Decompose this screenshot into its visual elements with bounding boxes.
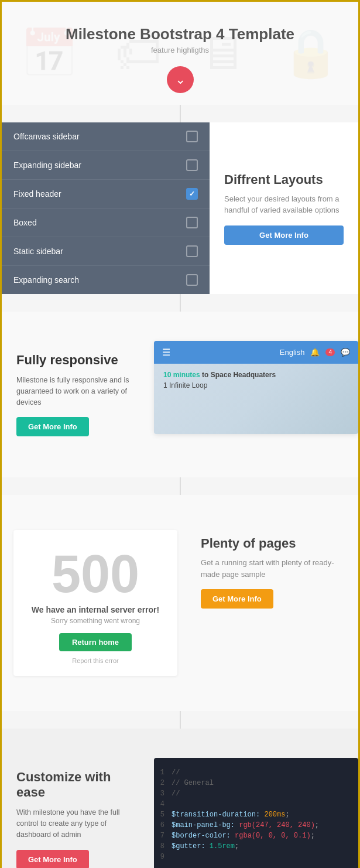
expanding-search-checkbox[interactable] xyxy=(186,274,198,286)
notification-badge: 4 xyxy=(325,348,335,356)
responsive-heading: Fully responsive xyxy=(16,353,139,368)
hero-section: 📅 🏷 🖥 🔒 Milestone Bootstrap 4 Template f… xyxy=(2,2,358,105)
list-item[interactable]: Static sidebar xyxy=(2,237,210,266)
pages-info: Plenty of pages Get a running start with… xyxy=(189,518,358,688)
hero-title: Milestone Bootstrap 4 Template xyxy=(13,25,347,43)
error-title: We have an internal server error! xyxy=(25,605,166,614)
timeline-spacer-4 xyxy=(180,711,181,729)
layouts-info: Diffrent Layouts Select your desired lay… xyxy=(210,122,358,294)
customize-cta-button[interactable]: Get More Info xyxy=(16,850,89,869)
boxed-label: Boxed xyxy=(13,218,37,227)
language-label: English xyxy=(280,348,305,357)
fixed-header-checkbox[interactable] xyxy=(186,188,198,200)
scroll-down-button[interactable]: ⌄ xyxy=(167,66,194,93)
return-home-button[interactable]: Return home xyxy=(59,633,132,651)
responsive-description: Milestone is fully responsive and is gua… xyxy=(16,375,139,408)
hero-subtitle: feature highligths xyxy=(13,46,347,54)
code-line-2: 2 // General xyxy=(154,778,358,788)
error-code: 500 xyxy=(25,548,166,600)
expanding-sidebar-checkbox[interactable] xyxy=(186,159,198,171)
expanding-search-label: Expanding search xyxy=(13,275,79,285)
timeline-spacer-3 xyxy=(180,477,181,495)
report-error-link[interactable]: Report this error xyxy=(25,657,166,664)
expanding-sidebar-label: Expanding sidebar xyxy=(13,160,81,170)
responsive-info: Fully responsive Milestone is fully resp… xyxy=(2,341,154,448)
fixed-header-label: Fixed header xyxy=(13,189,61,199)
list-item[interactable]: Boxed xyxy=(2,209,210,237)
preview-map: 10 minutes to Space Headquaters 1 Infini… xyxy=(154,364,358,434)
list-item[interactable]: Expanding sidebar xyxy=(2,151,210,180)
static-sidebar-label: Static sidebar xyxy=(13,247,63,256)
pages-cta-button[interactable]: Get More Info xyxy=(201,589,273,609)
code-line-4: 4 xyxy=(154,799,358,809)
layouts-heading: Diffrent Layouts xyxy=(224,172,344,187)
layouts-cta-button[interactable]: Get More Info xyxy=(224,225,344,245)
navbar-right: English 🔔 4 💬 xyxy=(280,348,350,357)
code-line-6: 6 $main-panel-bg: rgb(247, 240, 240); xyxy=(154,820,358,831)
customize-section: Customize with ease With milestone you h… xyxy=(2,729,358,868)
error-subtitle: Sorry something went wrong xyxy=(25,617,166,625)
customize-heading: Customize with ease xyxy=(16,770,139,800)
responsive-preview: ☰ English 🔔 4 💬 10 minutes to Space Head… xyxy=(154,341,358,434)
code-line-8: 8 $gutter: 1.5rem; xyxy=(154,841,358,852)
pages-heading: Plenty of pages xyxy=(201,536,347,551)
chat-icon: 💬 xyxy=(341,348,350,357)
static-sidebar-checkbox[interactable] xyxy=(186,245,198,257)
timeline-spacer xyxy=(180,105,181,122)
responsive-cta-button[interactable]: Get More Info xyxy=(16,417,89,436)
navbar-left: ☰ xyxy=(162,347,170,358)
map-destination: to Space Headquaters xyxy=(202,371,276,379)
code-block: 1 // 2 // General 3 // 4 5 $transition-d… xyxy=(154,758,358,868)
list-item[interactable]: Offcanvas sidebar xyxy=(2,122,210,151)
error-preview: 500 We have an internal server error! So… xyxy=(2,518,189,688)
offcanvas-sidebar-label: Offcanvas sidebar xyxy=(13,132,80,141)
map-info: 10 minutes to Space Headquaters xyxy=(163,371,349,379)
layouts-checklist: Offcanvas sidebar Expanding sidebar Fixe… xyxy=(2,122,210,294)
customize-description: With milestone you have the full control… xyxy=(16,807,139,840)
pages-section: 500 We have an internal server error! So… xyxy=(2,495,358,711)
code-line-1: 1 // xyxy=(154,767,358,778)
customize-info: Customize with ease With milestone you h… xyxy=(2,758,154,868)
pages-description: Get a running start with plenty of ready… xyxy=(201,557,347,580)
error-box: 500 We have an internal server error! So… xyxy=(13,530,177,676)
layouts-section: Offcanvas sidebar Expanding sidebar Fixe… xyxy=(2,122,358,294)
layouts-description: Select your desired layouts from a handf… xyxy=(224,193,344,216)
timeline-spacer-2 xyxy=(180,294,181,312)
boxed-checkbox[interactable] xyxy=(186,217,198,228)
responsive-section: Fully responsive Milestone is fully resp… xyxy=(2,312,358,477)
bell-icon: 🔔 xyxy=(310,348,320,357)
code-line-5: 5 $transition-duration: 200ms; xyxy=(154,809,358,820)
map-address: 1 Infinite Loop xyxy=(163,381,349,389)
code-line-9: 9 xyxy=(154,852,358,862)
map-overlay: 10 minutes to Space Headquaters 1 Infini… xyxy=(154,364,358,434)
code-preview: 1 // 2 // General 3 // 4 5 $transition-d… xyxy=(154,758,358,868)
offcanvas-sidebar-checkbox[interactable] xyxy=(186,131,198,142)
chevron-down-icon: ⌄ xyxy=(175,72,186,87)
hamburger-icon[interactable]: ☰ xyxy=(162,347,170,358)
preview-navbar: ☰ English 🔔 4 💬 xyxy=(154,341,358,364)
code-line-3: 3 // xyxy=(154,788,358,799)
list-item[interactable]: Expanding search xyxy=(2,266,210,294)
code-line-7: 7 $border-color: rgba(0, 0, 0, 0.1); xyxy=(154,831,358,841)
map-time: 10 minutes xyxy=(163,371,200,379)
list-item[interactable]: Fixed header xyxy=(2,180,210,209)
